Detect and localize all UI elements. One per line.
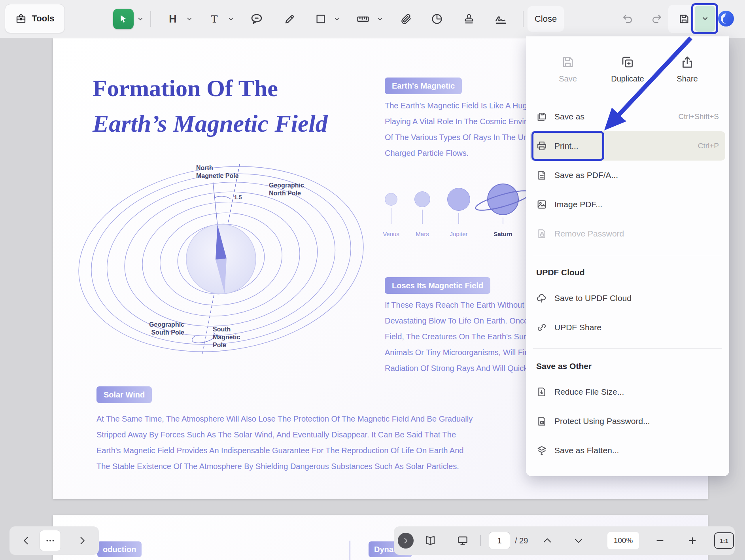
save-button[interactable] bbox=[675, 9, 694, 28]
menu-divider bbox=[533, 255, 722, 255]
magnetic-field-diagram bbox=[69, 157, 385, 355]
cursor-icon bbox=[118, 14, 129, 24]
heading-tool-chevron-icon[interactable] bbox=[185, 15, 194, 23]
label-geographic-north-pole: Geographic North Pole bbox=[269, 182, 304, 197]
menu-item-save-as[interactable]: Save as Ctrl+Shift+S bbox=[526, 102, 729, 131]
menu-item-reduce-file-size[interactable]: Reduce File Size... bbox=[526, 377, 729, 407]
menu-item-updf-share[interactable]: UPDF Share bbox=[526, 313, 729, 342]
chevron-up-icon bbox=[542, 535, 553, 546]
section-badge-earths-magnetic: Earth's Magnetic bbox=[385, 78, 462, 94]
book-icon bbox=[424, 535, 436, 547]
zoom-level-button[interactable]: 100% bbox=[607, 532, 639, 549]
actual-size-button[interactable]: 1:1 bbox=[714, 532, 734, 549]
close-button[interactable]: Close bbox=[528, 6, 564, 32]
text-glyph: T bbox=[211, 13, 217, 25]
top-toolbar: Tools H T bbox=[0, 0, 745, 38]
page-total-label: / 29 bbox=[515, 526, 528, 555]
redo-icon bbox=[650, 13, 662, 25]
stamp-tool-button[interactable] bbox=[459, 9, 478, 28]
chevron-down-icon bbox=[573, 535, 584, 546]
tools-label: Tools bbox=[32, 13, 54, 24]
minus-icon bbox=[655, 535, 665, 546]
chevron-left-icon bbox=[21, 535, 32, 546]
menu-quick-save[interactable]: Save bbox=[543, 55, 592, 83]
menu-section-updf-cloud: UPDF Cloud bbox=[526, 261, 729, 284]
measure-tool-button[interactable] bbox=[354, 9, 372, 28]
presentation-icon bbox=[457, 535, 469, 547]
zoom-in-button[interactable] bbox=[686, 534, 699, 547]
menu-item-save-as-pdfa[interactable]: Save as PDF/A... bbox=[526, 161, 729, 190]
sticker-icon bbox=[431, 13, 443, 25]
redo-button[interactable] bbox=[647, 9, 666, 28]
heading-tool-button[interactable]: H bbox=[163, 9, 182, 28]
share-icon bbox=[680, 55, 694, 69]
duplicate-icon bbox=[620, 55, 635, 69]
measure-tool-chevron-icon[interactable] bbox=[376, 15, 384, 23]
menu-item-save-to-updf-cloud[interactable]: Save to UPDF Cloud bbox=[526, 284, 729, 313]
section-badge-solar-wind: Solar Wind bbox=[96, 386, 152, 403]
protect-password-icon bbox=[536, 416, 547, 427]
planet-mars bbox=[414, 191, 430, 207]
label-geographic-south-pole: Geographic South Pole bbox=[143, 321, 184, 337]
tools-icon bbox=[15, 13, 27, 25]
text-tool-chevron-icon[interactable] bbox=[227, 15, 235, 23]
menu-item-print[interactable]: Print... Ctrl+P bbox=[530, 131, 725, 161]
menu-item-protect-using-password[interactable]: Protect Using Password... bbox=[526, 407, 729, 436]
save-as-icon bbox=[536, 111, 547, 122]
doc-title-line1: Formation Of The bbox=[93, 75, 278, 102]
more-options-icon bbox=[45, 535, 55, 546]
label-tilt-angle: 1.5 bbox=[234, 193, 242, 201]
tools-button[interactable]: Tools bbox=[5, 4, 65, 33]
flatten-icon bbox=[536, 445, 547, 456]
menu-quick-share[interactable]: Share bbox=[663, 55, 712, 83]
paragraph-loses-field: If These Rays Reach The Earth Without C … bbox=[385, 297, 533, 376]
planet-venus bbox=[385, 193, 397, 206]
undo-button[interactable] bbox=[618, 9, 637, 28]
collapse-bar-button[interactable] bbox=[398, 533, 414, 549]
shape-tool-button[interactable] bbox=[311, 9, 330, 28]
presentation-mode-button[interactable] bbox=[456, 534, 469, 547]
controls-separator bbox=[480, 535, 481, 546]
comment-icon bbox=[250, 12, 263, 26]
next-page-chevron-button[interactable] bbox=[572, 534, 585, 547]
chevron-right-icon bbox=[77, 535, 88, 546]
menu-divider bbox=[533, 348, 722, 349]
previous-page-chevron-button[interactable] bbox=[541, 534, 554, 547]
planet-label-venus: Venus bbox=[373, 231, 409, 237]
planet-label-jupiter: Jupiter bbox=[441, 231, 476, 237]
pdfa-icon bbox=[536, 170, 547, 181]
reading-mode-button[interactable] bbox=[424, 534, 437, 547]
menu-quick-duplicate[interactable]: Duplicate bbox=[603, 55, 652, 83]
comment-tool-button[interactable] bbox=[247, 9, 266, 28]
signature-tool-button[interactable] bbox=[492, 9, 511, 28]
prev-page-button[interactable] bbox=[20, 534, 32, 547]
reduce-size-icon bbox=[536, 386, 547, 397]
pen-icon bbox=[284, 13, 296, 25]
view-controls-panel: / 29 100% 1:1 bbox=[394, 526, 735, 555]
sticker-tool-button[interactable] bbox=[427, 9, 446, 28]
save-dropdown-button[interactable] bbox=[695, 6, 715, 32]
attachment-tool-button[interactable] bbox=[397, 9, 416, 28]
menu-item-remove-password[interactable]: Remove Password bbox=[526, 219, 729, 248]
page-number-input[interactable] bbox=[489, 532, 510, 549]
label-south-magnetic-pole: South Magnetic Pole bbox=[213, 325, 240, 349]
updf-app-window: Formation Of The Earth’s Magnetic Field bbox=[0, 0, 745, 560]
text-tool-button[interactable]: T bbox=[205, 9, 224, 28]
planet-jupiter bbox=[447, 188, 470, 211]
select-tool-chevron-icon[interactable] bbox=[136, 15, 145, 23]
signature-icon bbox=[494, 12, 508, 26]
menu-item-save-as-flatten[interactable]: Save as Flatten... bbox=[526, 436, 729, 465]
updf-logo[interactable] bbox=[718, 10, 734, 27]
menu-item-image-pdf[interactable]: Image PDF... bbox=[526, 190, 729, 219]
more-options-button[interactable] bbox=[40, 530, 61, 551]
remove-password-icon bbox=[536, 228, 547, 239]
link-icon bbox=[536, 322, 547, 333]
shape-tool-chevron-icon[interactable] bbox=[333, 15, 341, 23]
page2-column-divider bbox=[350, 541, 350, 560]
next-page-button[interactable] bbox=[76, 534, 89, 547]
zoom-out-button[interactable] bbox=[654, 534, 666, 547]
select-tool-button[interactable] bbox=[113, 9, 134, 29]
save-icon bbox=[678, 13, 690, 25]
pen-tool-button[interactable] bbox=[280, 9, 299, 28]
chevron-right-icon bbox=[402, 537, 410, 545]
